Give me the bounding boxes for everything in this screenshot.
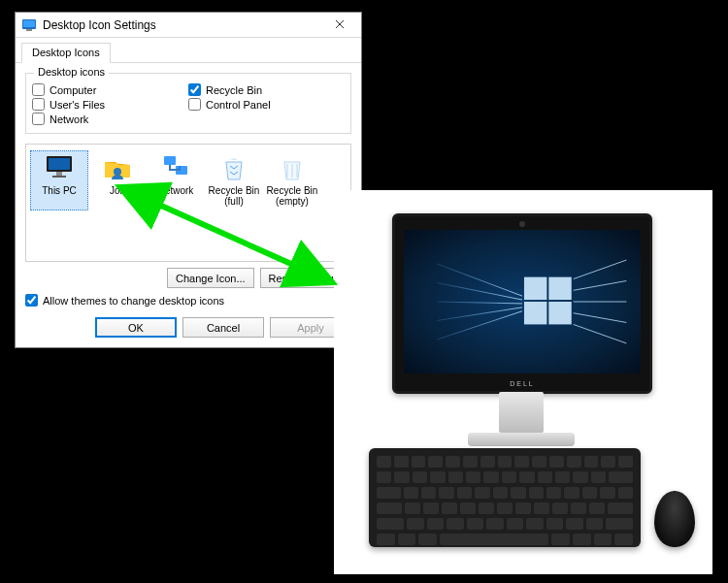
recycle-bin-empty-icon [277,152,308,183]
mouse [654,491,695,547]
icon-user[interactable]: Jon [88,150,147,211]
svg-point-7 [114,168,121,176]
monitor-brand: DELL [510,380,535,387]
checkbox-computer-label: Computer [50,84,96,96]
window-icon [21,17,37,33]
windows-logo-icon [404,230,641,373]
icon-label: Recycle Bin (full) [205,185,263,207]
checkbox-allow-themes[interactable]: Allow themes to change desktop icons [25,294,351,307]
checkbox-recycle-bin-input[interactable] [188,83,201,96]
close-icon [335,17,345,32]
svg-rect-1 [23,20,35,27]
network-icon [160,152,191,183]
icon-preview-box: This PC Jon Network Recycle Bin (full) [25,144,351,262]
tab-desktop-icons[interactable]: Desktop Icons [21,43,111,63]
ok-button[interactable]: OK [95,317,177,338]
titlebar: Desktop Icon Settings [16,13,361,38]
svg-rect-8 [164,156,176,165]
checkbox-users-files-input[interactable] [32,98,45,111]
icon-recycle-bin-empty[interactable]: Recycle Bin (empty) [263,150,321,211]
checkbox-users-files[interactable]: User's Files [32,98,188,111]
svg-rect-5 [56,172,62,176]
svg-rect-10 [524,277,546,300]
recycle-bin-full-icon [218,152,249,183]
svg-rect-6 [52,176,66,178]
tab-strip: Desktop Icons [16,38,361,63]
checkbox-control-panel[interactable]: Control Panel [188,98,345,111]
icon-network[interactable]: Network [147,150,205,211]
checkbox-network-input[interactable] [32,113,45,125]
change-icon-button[interactable]: Change Icon... [167,268,254,288]
checkbox-users-files-label: User's Files [50,99,105,111]
svg-rect-11 [548,277,571,300]
checkbox-network[interactable]: Network [32,113,188,125]
webcam-icon [519,221,525,227]
checkbox-recycle-bin[interactable]: Recycle Bin [188,83,345,96]
checkbox-allow-themes-input[interactable] [25,294,38,307]
icon-label: This PC [31,185,87,196]
icon-label: Network [147,185,205,196]
dialog-buttons: OK Cancel Apply [16,317,361,347]
checkbox-recycle-bin-label: Recycle Bin [206,84,262,96]
close-button[interactable] [320,14,359,37]
window-title: Desktop Icon Settings [43,18,320,32]
user-folder-icon [102,152,133,183]
checkbox-computer[interactable]: Computer [32,83,188,96]
checkbox-allow-themes-label: Allow themes to change desktop icons [43,295,224,307]
monitor: DELL [392,213,652,394]
svg-rect-4 [49,158,70,170]
group-desktop-icons: Desktop icons Computer User's Files Netw… [25,73,351,134]
icon-recycle-bin-full[interactable]: Recycle Bin (full) [205,150,263,211]
checkbox-network-label: Network [50,113,88,125]
group-legend: Desktop icons [34,66,109,78]
svg-rect-12 [524,302,546,324]
svg-rect-2 [26,29,32,31]
keyboard [369,448,641,547]
cancel-button[interactable]: Cancel [182,317,264,338]
checkbox-computer-input[interactable] [32,83,45,96]
icon-this-pc[interactable]: This PC [30,150,88,211]
desktop-icon-settings-dialog: Desktop Icon Settings Desktop Icons Desk… [15,12,362,348]
icon-label: Jon [88,185,147,196]
monitor-icon [44,152,75,183]
computer-photo: DELL [334,190,712,574]
dialog-client: Desktop icons Computer User's Files Netw… [16,63,361,317]
screen-wallpaper [404,230,641,373]
checkbox-control-panel-label: Control Panel [206,99,271,111]
checkbox-control-panel-input[interactable] [188,98,201,111]
monitor-stand [499,392,544,433]
svg-rect-13 [548,302,571,324]
icon-label: Recycle Bin (empty) [263,185,321,207]
